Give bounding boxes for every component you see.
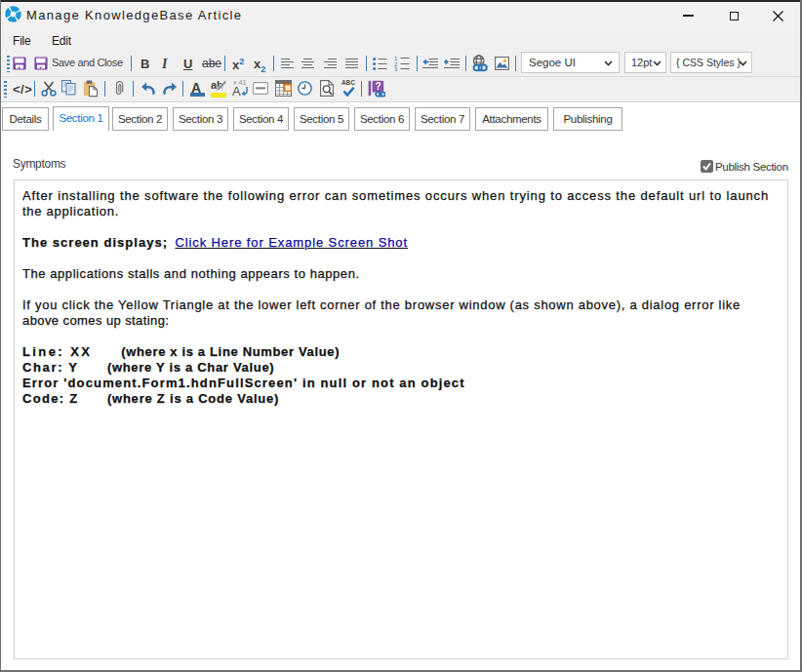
svg-text:3: 3: [394, 66, 398, 71]
svg-text:?: ?: [376, 81, 381, 92]
